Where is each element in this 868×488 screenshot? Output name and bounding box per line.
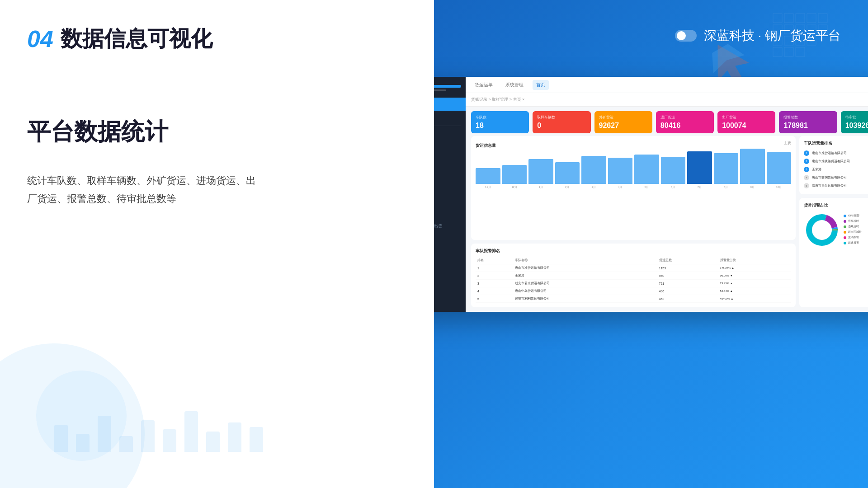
ranking-item: 4 唐山市蓝钢货运有限公司 771 [804, 174, 868, 182]
main-heading: 平台数据统计 [27, 117, 168, 145]
freight-count: 453 [657, 295, 718, 303]
stat-label: 待审批 [845, 115, 868, 120]
stat-card-fleet: 车队数 18 [471, 111, 529, 133]
bg-bar [228, 422, 241, 452]
rank-num-1: 1 [804, 150, 809, 156]
tab-freight[interactable]: 货运运单 [471, 80, 496, 90]
bar-label: 7月 [698, 185, 702, 189]
legend-label: 超速报警 [848, 241, 859, 245]
sidebar-item-freight[interactable]: 货运运单 [434, 128, 466, 141]
bar-label: 5月 [645, 185, 649, 189]
rank-num: 1 [476, 264, 513, 272]
stat-label: 取样车辆数 [537, 115, 586, 120]
chart-section: 货运信息量 主要 11月 12月 [471, 136, 796, 240]
toggle-icon[interactable] [675, 30, 697, 42]
trend: 175.27% ▲ [718, 264, 791, 272]
sidebar-item-device[interactable]: 设备管理 [434, 180, 466, 193]
sidebar-item-home[interactable]: 首页 [434, 98, 466, 111]
brand-name: 深蓝科技 · 钢厂货运平台 [704, 27, 841, 44]
legend-dot [844, 220, 846, 223]
tab-system[interactable]: 系统管理 [502, 80, 527, 90]
freight-count: 1153 [657, 264, 718, 272]
legend-label: 主动报警 [848, 235, 859, 239]
freight-count: 406 [657, 287, 718, 295]
bar-may [634, 155, 659, 184]
trend: 54.54% ▲ [718, 287, 791, 295]
donut-legend: GPS报警 2 2492 停车超时 17% 77657 [844, 214, 868, 246]
table-row: 5 过安市利利货运有限公司 453 45400% ▲ [476, 295, 791, 303]
sidebar-item-settings[interactable]: 系统设置 [434, 206, 466, 220]
stat-label: 出厂货运 [722, 115, 771, 120]
stat-value: 178981 [783, 122, 832, 130]
rank-num: 3 [476, 280, 513, 287]
sidebar-divider [434, 126, 461, 126]
bar-label: 9月 [750, 185, 755, 189]
svg-rect-3 [807, 14, 816, 23]
donut-chart [804, 212, 840, 248]
bg-bar [184, 411, 198, 452]
freight-count: 721 [657, 280, 718, 287]
legend-dot [844, 242, 846, 244]
fleet-ranking-table: 车队报警排名 排名 车队名称 货运总数 报警量占比 [471, 244, 796, 307]
table-title: 车队报警排名 [476, 248, 791, 254]
bg-bar [163, 429, 176, 452]
stat-value: 0 [537, 122, 586, 130]
stat-value: 92627 [599, 122, 648, 130]
section-number-text: 04 [27, 27, 53, 51]
fleet-ops-ranking: 车队运营量排名 车次排 1 唐山市准货运输有限公司 1110 2 唐山市准铁路货… [799, 136, 868, 194]
right-panel: 深蓝科技 · 钢厂货运平台 首页 车队管理 货运运单 [434, 0, 868, 488]
stat-card-enter: 进厂货运 80416 [656, 111, 714, 133]
bar-label: 10月 [776, 185, 782, 189]
svg-rect-4 [818, 14, 827, 23]
tab-home[interactable]: 首页 [533, 80, 549, 90]
bar-label: 6月 [671, 185, 675, 189]
freight-count: 960 [657, 272, 718, 280]
table-row: 4 唐山中岛货运有限公司 406 54.54% ▲ [476, 287, 791, 295]
bar-sep [740, 149, 765, 184]
sidebar-item-sample[interactable]: 取样管理 [434, 167, 466, 180]
description: 统计车队数、取样车辆数、外矿货运、进场货运、出厂货运、报警总数、待审批总数等 [27, 172, 262, 207]
right-header: 深蓝科技 · 钢厂货运平台 [675, 27, 841, 44]
bar-label: 3月 [592, 185, 596, 189]
stats-row: 车队数 18 取样车辆数 0 外矿货运 92627 进厂货运 80416 出厂货… [466, 107, 868, 136]
sidebar-item-tracking[interactable]: 定位监控 [434, 141, 466, 154]
stat-label: 报警总数 [783, 115, 832, 120]
table-row: 1 唐山市准货运输有限公司 1153 175.27% ▲ [476, 264, 791, 272]
bg-bar [54, 425, 68, 452]
rank-name: 沿唐市贵白运输有限公司 [812, 183, 868, 188]
col-rank: 排名 [476, 257, 513, 264]
sidebar-label: 厂内密运出货 [434, 223, 442, 229]
rank-num-5: 5 [804, 183, 809, 188]
bar-nov [476, 168, 500, 184]
legend-dot [844, 225, 846, 228]
bar-label: 4月 [618, 185, 622, 189]
bar-group: 6月 [661, 157, 686, 189]
breadcrumb: 货账记录 > 取样管理 > 首页 × [466, 93, 868, 107]
bar-label: 11月 [485, 185, 491, 189]
rank-name: 唐山市准铁路货运有限公司 [812, 159, 868, 164]
legend-label: GPS报警 [848, 214, 859, 218]
stat-value: 80416 [660, 122, 709, 130]
bg-bar [76, 434, 90, 452]
bar-group: 8月 [714, 153, 739, 189]
sidebar-item-alarm[interactable]: 报警业务 [434, 154, 466, 167]
rank-num: 5 [476, 295, 513, 303]
ranking-item: 3 玉米港 846 [804, 165, 868, 174]
svg-rect-15 [784, 47, 793, 56]
table-row: 2 玉米港 960 96.00% ▼ [476, 272, 791, 280]
left-panel: 04 数据信息可视化 平台数据统计 统计车队数、取样车辆数、外矿货运、进场货运、… [0, 0, 434, 488]
stat-card-sample: 取样车辆数 0 [533, 111, 590, 133]
db-main-content: 货运运单 系统管理 首页 园区管理员 货账记录 > 取样管理 > 首页 × 车队… [466, 77, 868, 312]
sidebar-item-log[interactable]: 日志管理 [434, 193, 466, 206]
ranking-item: 5 沿唐市贵白运输有限公司 457 [804, 182, 868, 190]
fleet-name: 唐山市准货运输有限公司 [513, 264, 657, 272]
sidebar-item-factory[interactable]: 厂内密运出货 [434, 220, 466, 233]
db-left-content: 货运信息量 主要 11月 12月 [471, 136, 796, 307]
db-topbar: 货运运单 系统管理 首页 园区管理员 [466, 77, 868, 93]
bg-bar [141, 420, 155, 452]
sidebar-item-fleet[interactable]: 车队管理 [434, 111, 466, 124]
db-right-content: 车队运营量排名 车次排 1 唐山市准货运输有限公司 1110 2 唐山市准铁路货… [799, 136, 868, 307]
bar-label: 1月 [539, 185, 543, 189]
svg-point-24 [812, 220, 832, 240]
legend-label: 超出区域外 [848, 230, 862, 234]
